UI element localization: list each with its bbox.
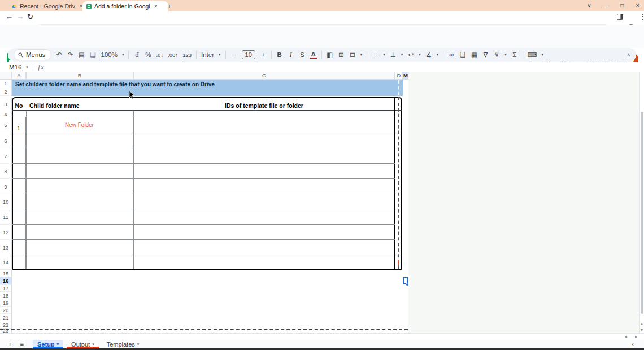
chevron-down-icon[interactable]: ▾ <box>137 342 140 347</box>
row-header-5[interactable]: 5 <box>0 117 12 133</box>
page-break-dashed-line-horizontal <box>0 329 408 330</box>
table-row-14[interactable] <box>12 255 395 269</box>
horizontal-scrollbar[interactable] <box>0 333 644 340</box>
sheet-tab-output[interactable]: Output ▾ <box>67 340 99 348</box>
cell-ids[interactable] <box>133 133 395 148</box>
chevron-down-icon[interactable]: ▾ <box>57 342 59 347</box>
cell-name[interactable] <box>26 194 133 209</box>
table-row-13[interactable] <box>12 240 395 255</box>
fill-handle[interactable] <box>406 283 409 286</box>
row-header-2[interactable]: 2 <box>0 88 12 96</box>
cell-ids[interactable] <box>133 148 395 163</box>
mouse-cursor <box>129 91 135 99</box>
table-row-7[interactable] <box>12 148 395 164</box>
cell-name[interactable] <box>26 209 133 224</box>
sheet-tab-setup[interactable]: Setup ▾ <box>33 340 63 348</box>
scroll-up-icon[interactable]: ▴ <box>641 322 643 326</box>
spreadsheet-grid: ABCDM 1234567891011121314151617181920212… <box>0 0 644 350</box>
all-sheets-icon[interactable]: ≡ <box>20 340 24 348</box>
row-header-9[interactable]: 9 <box>0 179 12 194</box>
cell-no[interactable] <box>12 148 26 163</box>
cell-no[interactable] <box>12 255 26 269</box>
cell-no[interactable]: 1 <box>12 117 26 133</box>
cell-ids[interactable] <box>133 164 395 178</box>
cell-name[interactable] <box>26 179 133 194</box>
cell-name[interactable] <box>26 255 133 269</box>
cell-ids[interactable] <box>133 240 395 255</box>
page-break-dashed-line <box>398 80 399 95</box>
cell-no[interactable] <box>12 164 26 178</box>
cell-name[interactable] <box>26 133 133 148</box>
cell-ids[interactable] <box>133 194 395 209</box>
vertical-scrollbar-thumb[interactable] <box>641 112 643 314</box>
clipped-text-marker <box>398 260 399 265</box>
row-header-13[interactable]: 13 <box>0 240 12 255</box>
cell-ids[interactable] <box>133 255 395 269</box>
cell-no[interactable] <box>12 133 26 148</box>
page-break-dashed-line <box>398 97 399 269</box>
sheet-tab-label: Templates <box>107 341 135 348</box>
row-header-18[interactable]: 18 <box>0 292 12 299</box>
table-row-9[interactable] <box>12 179 395 194</box>
cell-name[interactable] <box>26 164 133 178</box>
header-cell-template-ids[interactable]: IDs of template file or folder <box>133 97 395 111</box>
row-header-16[interactable]: 16 <box>0 277 12 285</box>
table-row-11[interactable] <box>12 209 395 225</box>
cell-name[interactable]: New Folder <box>26 117 133 133</box>
scroll-right-icon[interactable]: ▸ <box>635 335 637 339</box>
column-header-A[interactable]: A <box>12 72 26 80</box>
table-row-8[interactable] <box>12 164 395 179</box>
collapse-side-icon[interactable]: ‹ <box>632 340 634 348</box>
row-header-19[interactable]: 19 <box>0 299 12 307</box>
cell-ids[interactable] <box>133 209 395 224</box>
cell-no[interactable] <box>12 240 26 255</box>
chevron-down-icon[interactable]: ▾ <box>92 342 94 347</box>
cell-ids[interactable] <box>133 179 395 194</box>
header-bottom-border <box>12 110 402 111</box>
cell-no[interactable] <box>12 209 26 224</box>
cell-name[interactable] <box>26 225 133 239</box>
sheet-tab-bar: + ≡ Setup ▾ Output ▾ Templates ▾ ‹ <box>0 340 644 348</box>
row-header-20[interactable]: 20 <box>0 307 12 314</box>
select-all-corner[interactable] <box>0 72 12 80</box>
table-row-10[interactable] <box>12 194 395 209</box>
row-header-10[interactable]: 10 <box>0 194 12 209</box>
row-header-3[interactable]: 3 <box>0 97 12 111</box>
row-header-6[interactable]: 6 <box>0 133 12 148</box>
table-row-6[interactable] <box>12 133 395 148</box>
row-header-11[interactable]: 11 <box>0 209 12 225</box>
cell-name[interactable] <box>26 240 133 255</box>
row-header-8[interactable]: 8 <box>0 164 12 179</box>
table-header-row[interactable]: No Child folder name IDs of template fil… <box>12 97 395 111</box>
column-header-M[interactable]: M <box>403 72 408 80</box>
table-row-5[interactable]: 1New Folder <box>12 117 395 133</box>
row-header-1[interactable]: 1 <box>0 80 12 88</box>
out-of-range-area <box>408 72 639 333</box>
cell-no[interactable] <box>12 225 26 239</box>
scroll-down-icon[interactable]: ▾ <box>641 328 643 333</box>
cell-name[interactable] <box>26 148 133 163</box>
table-row-12[interactable] <box>12 225 395 240</box>
add-sheet-button[interactable]: + <box>8 340 12 348</box>
screen: { "browser": { "tab1": {"title": "Recent… <box>0 0 644 350</box>
row-header-21[interactable]: 21 <box>0 314 12 321</box>
row-header-15[interactable]: 15 <box>0 270 12 277</box>
row-header-4[interactable]: 4 <box>0 111 12 117</box>
cell-ids[interactable] <box>133 225 395 239</box>
row-header-7[interactable]: 7 <box>0 148 12 164</box>
row-header-22[interactable]: 22 <box>0 321 12 329</box>
cell-ids[interactable] <box>133 117 395 133</box>
sheet-tab-templates[interactable]: Templates ▾ <box>102 340 144 348</box>
scroll-left-icon[interactable]: ◂ <box>625 335 627 339</box>
row-header-14[interactable]: 14 <box>0 255 12 270</box>
banner-cell[interactable]: Set childern folder name and template fi… <box>12 80 403 96</box>
row-header-17[interactable]: 17 <box>0 285 12 292</box>
column-header-B[interactable]: B <box>26 72 133 80</box>
column-header-C[interactable]: C <box>133 72 395 80</box>
row-header-12[interactable]: 12 <box>0 225 12 240</box>
column-header-D[interactable]: D <box>395 72 403 80</box>
cell-no[interactable] <box>12 194 26 209</box>
header-cell-child-folder-name[interactable]: Child folder name <box>26 97 133 111</box>
cell-no[interactable] <box>12 179 26 194</box>
header-cell-no[interactable]: No <box>12 97 26 111</box>
